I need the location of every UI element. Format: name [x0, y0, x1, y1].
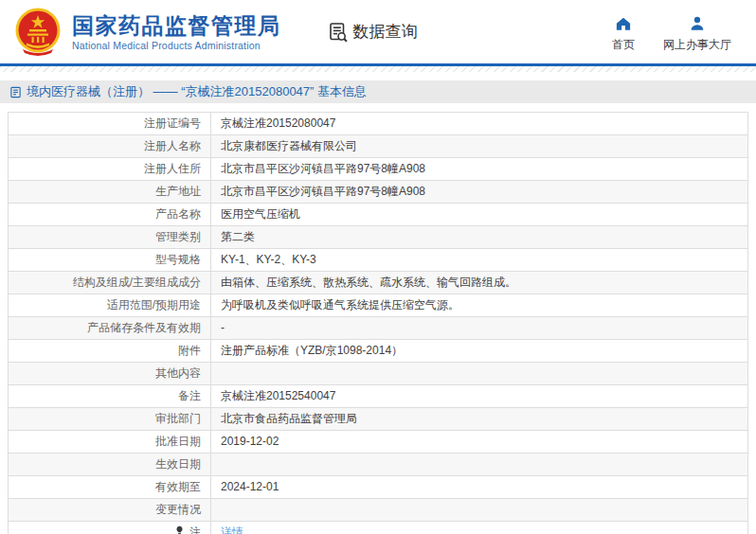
- bulb-icon: [174, 525, 185, 534]
- table-row: 注册证编号京械注准20152080047: [9, 113, 748, 135]
- data-query-button[interactable]: 数据查询: [327, 21, 418, 44]
- hatched-divider: [0, 66, 756, 72]
- row-value: 京械注准20152080047: [211, 113, 748, 135]
- org-name-en: National Medical Products Administration: [72, 40, 281, 51]
- table-row: 审批部门北京市食品药品监督管理局: [9, 408, 748, 431]
- table-row: 备注京械注准20152540047: [9, 385, 748, 408]
- home-icon: [615, 15, 632, 32]
- page-title-bar: 境内医疗器械（注册） —— “京械注准20152080047” 基本信息: [0, 80, 756, 103]
- row-label: 结构及组成/主要组成成分: [9, 272, 211, 294]
- row-value: 北京市昌平区沙河镇昌平路97号8幢A908: [211, 158, 748, 181]
- row-label: 产品名称: [9, 204, 211, 226]
- table-row: 结构及组成/主要组成成分由箱体、压缩系统、散热系统、疏水系统、输气回路组成。: [9, 272, 748, 294]
- row-label: 管理类别: [9, 226, 211, 249]
- row-value: 注册产品标准（YZB/京1098-2014）: [211, 340, 748, 363]
- info-table-wrap: 注册证编号京械注准20152080047注册人名称北京康都医疗器械有限公司注册人…: [8, 112, 748, 534]
- row-label: 变更情况: [9, 499, 211, 522]
- row-label: 型号规格: [9, 249, 211, 272]
- row-value: KY-1、KY-2、KY-3: [211, 249, 748, 272]
- row-value: -: [211, 317, 748, 340]
- row-label: 注册人名称: [9, 135, 211, 158]
- person-icon: [689, 15, 706, 32]
- table-row: 生效日期: [9, 454, 748, 476]
- page-title: 境内医疗器械（注册） —— “京械注准20152080047” 基本信息: [27, 83, 367, 100]
- table-row: 适用范围/预期用途为呼吸机及类似呼吸通气系统提供压缩空气源。: [9, 294, 748, 317]
- table-row: 注册人住所北京市昌平区沙河镇昌平路97号8幢A908: [9, 158, 748, 181]
- row-label: 注: [9, 522, 211, 534]
- site-header: 国家药品监督管理局 National Medical Products Admi…: [0, 0, 756, 66]
- row-value: 医用空气压缩机: [211, 204, 748, 226]
- nav-item-label: 网上办事大厅: [663, 37, 731, 53]
- table-row: 批准日期2019-12-02: [9, 431, 748, 454]
- table-row: 其他内容: [9, 363, 748, 385]
- row-value: 第二类: [211, 226, 748, 249]
- table-row: 注册人名称北京康都医疗器械有限公司: [9, 135, 748, 158]
- table-row: 型号规格KY-1、KY-2、KY-3: [9, 249, 748, 272]
- row-value: [211, 363, 748, 385]
- row-label: 有效期至: [9, 476, 211, 499]
- row-value: 京械注准20152540047: [211, 385, 748, 408]
- row-value: [211, 499, 748, 522]
- row-label: 生产地址: [9, 181, 211, 204]
- table-row: 附件注册产品标准（YZB/京1098-2014）: [9, 340, 748, 363]
- table-row: 产品名称医用空气压缩机: [9, 204, 748, 226]
- row-value: 详情: [211, 522, 748, 534]
- nav-item-label: 首页: [612, 37, 635, 53]
- national-emblem-logo: [13, 7, 63, 58]
- nav-item-home[interactable]: 首页: [612, 11, 635, 53]
- org-name-cn: 国家药品监督管理局: [72, 13, 281, 38]
- row-value: 北京市昌平区沙河镇昌平路97号8幢A908: [211, 181, 748, 204]
- table-row: 有效期至2024-12-01: [9, 476, 748, 499]
- table-row: 变更情况: [9, 499, 748, 522]
- row-value: 由箱体、压缩系统、散热系统、疏水系统、输气回路组成。: [211, 272, 748, 294]
- info-table-body: 注册证编号京械注准20152080047注册人名称北京康都医疗器械有限公司注册人…: [9, 113, 748, 534]
- row-value: [211, 454, 748, 476]
- row-value: 北京市食品药品监督管理局: [211, 408, 748, 431]
- row-label: 生效日期: [9, 454, 211, 476]
- row-label: 其他内容: [9, 363, 211, 385]
- row-label: 适用范围/预期用途: [9, 294, 211, 317]
- details-link[interactable]: 详情: [221, 525, 243, 534]
- nav-item-service-hall[interactable]: 网上办事大厅: [663, 11, 731, 53]
- table-row: 生产地址北京市昌平区沙河镇昌平路97号8幢A908: [9, 181, 748, 204]
- row-value: 2024-12-01: [211, 476, 748, 499]
- row-label: 审批部门: [9, 408, 211, 431]
- info-table: 注册证编号京械注准20152080047注册人名称北京康都医疗器械有限公司注册人…: [8, 112, 748, 534]
- row-value: 2019-12-02: [211, 431, 748, 454]
- data-query-label: 数据查询: [353, 21, 418, 43]
- row-label: 备注: [9, 385, 211, 408]
- row-label: 注册人住所: [9, 158, 211, 181]
- row-label: 批准日期: [9, 431, 211, 454]
- row-label: 产品储存条件及有效期: [9, 317, 211, 340]
- table-row: 管理类别第二类: [9, 226, 748, 249]
- row-value: 北京康都医疗器械有限公司: [211, 135, 748, 158]
- row-label: 注册证编号: [9, 113, 211, 135]
- table-row: 产品储存条件及有效期-: [9, 317, 748, 340]
- row-label: 附件: [9, 340, 211, 363]
- org-names: 国家药品监督管理局 National Medical Products Admi…: [72, 13, 281, 51]
- header-nav: 首页 网上办事大厅: [612, 11, 731, 53]
- document-search-icon: [327, 21, 350, 44]
- table-row: 注详情: [9, 522, 748, 534]
- document-icon: [9, 86, 22, 98]
- row-value: 为呼吸机及类似呼吸通气系统提供压缩空气源。: [211, 294, 748, 317]
